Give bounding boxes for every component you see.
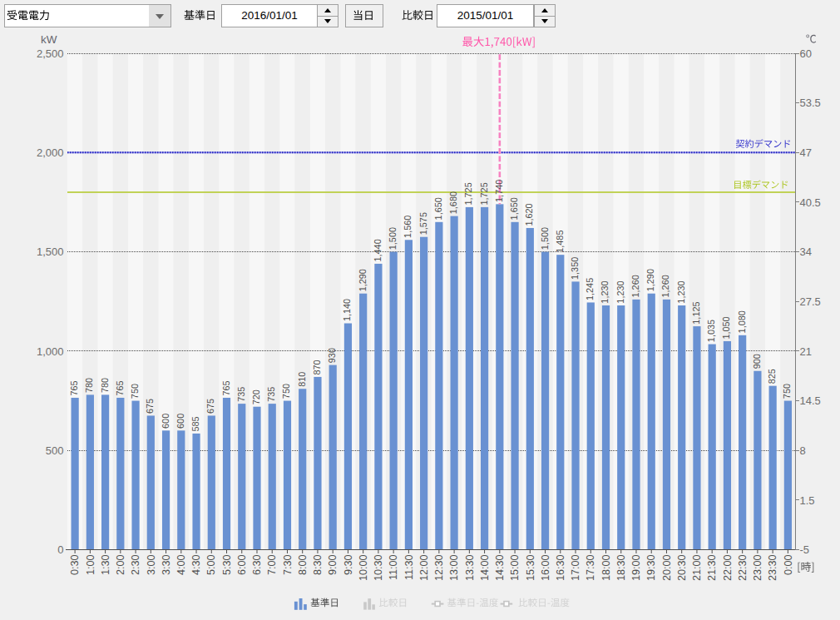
svg-text:5:30: 5:30 (221, 554, 233, 575)
svg-text:8: 8 (800, 444, 806, 457)
svg-text:1,245: 1,245 (585, 278, 595, 300)
svg-text:16:00: 16:00 (540, 554, 551, 581)
svg-text:1,500: 1,500 (540, 227, 550, 250)
svg-text:780: 780 (100, 378, 110, 393)
svg-text:1:30: 1:30 (100, 554, 111, 575)
svg-text:11:00: 11:00 (388, 554, 399, 580)
svg-text:19:00: 19:00 (630, 554, 642, 581)
svg-text:735: 735 (236, 387, 246, 402)
svg-text:6:00: 6:00 (236, 554, 248, 575)
svg-text:765: 765 (221, 380, 231, 395)
svg-text:1,650: 1,650 (433, 197, 443, 220)
svg-text:500: 500 (46, 444, 64, 457)
svg-text:12:00: 12:00 (418, 554, 430, 581)
svg-text:17:00: 17:00 (570, 554, 581, 581)
svg-text:8:00: 8:00 (297, 554, 309, 575)
svg-text:1,500: 1,500 (37, 246, 64, 258)
svg-text:15:00: 15:00 (509, 554, 521, 581)
svg-text:7:30: 7:30 (282, 554, 294, 575)
svg-text:15:30: 15:30 (525, 554, 536, 581)
svg-text:14:00: 14:00 (479, 554, 491, 581)
svg-text:10:00: 10:00 (358, 554, 369, 581)
svg-text:14:30: 14:30 (494, 554, 506, 581)
svg-text:2,000: 2,000 (37, 146, 64, 159)
svg-text:23:30: 23:30 (767, 554, 778, 581)
svg-text:1,500: 1,500 (388, 227, 398, 250)
svg-text:21: 21 (800, 345, 812, 358)
svg-text:1,560: 1,560 (403, 216, 413, 238)
svg-text:1,725: 1,725 (463, 182, 473, 205)
svg-text:1,725: 1,725 (479, 182, 489, 205)
svg-text:11:30: 11:30 (403, 554, 415, 580)
svg-text:930: 930 (327, 348, 337, 363)
svg-text:1,260: 1,260 (660, 275, 670, 297)
svg-text:27.5: 27.5 (800, 295, 821, 308)
svg-text:20:00: 20:00 (661, 554, 673, 581)
svg-text:16:30: 16:30 (555, 554, 566, 581)
svg-text:1.5: 1.5 (800, 494, 815, 507)
svg-text:1,125: 1,125 (691, 301, 701, 324)
svg-text:825: 825 (767, 369, 777, 384)
svg-text:60: 60 (800, 47, 812, 60)
svg-text:735: 735 (266, 387, 276, 402)
svg-text:1,290: 1,290 (358, 269, 368, 291)
svg-text:1,230: 1,230 (615, 280, 625, 303)
svg-text:1,350: 1,350 (570, 257, 580, 280)
svg-text:1,230: 1,230 (600, 280, 610, 303)
svg-text:585: 585 (190, 416, 200, 431)
svg-text:765: 765 (115, 380, 125, 395)
svg-text:kW: kW (41, 33, 57, 46)
svg-text:1,575: 1,575 (418, 212, 428, 235)
svg-text:6:30: 6:30 (251, 554, 263, 575)
svg-text:21:30: 21:30 (706, 554, 718, 581)
svg-text:1,230: 1,230 (676, 280, 686, 303)
svg-text:0:00: 0:00 (783, 554, 794, 575)
svg-text:13:00: 13:00 (448, 554, 460, 581)
svg-text:1,260: 1,260 (630, 275, 640, 297)
svg-text:900: 900 (752, 354, 762, 369)
svg-text:7:00: 7:00 (266, 554, 278, 575)
svg-text:47: 47 (800, 146, 812, 159)
svg-text:19:30: 19:30 (645, 554, 657, 581)
svg-text:2:30: 2:30 (130, 554, 141, 575)
svg-text:-5: -5 (800, 543, 810, 556)
svg-text:765: 765 (69, 380, 79, 395)
svg-text:22:30: 22:30 (737, 554, 749, 581)
svg-text:40.5: 40.5 (800, 196, 821, 209)
svg-text:8:30: 8:30 (312, 554, 324, 575)
svg-text:3:30: 3:30 (161, 554, 172, 575)
svg-text:675: 675 (205, 399, 215, 414)
svg-text:21:00: 21:00 (691, 554, 703, 581)
svg-text:2:00: 2:00 (115, 554, 126, 575)
svg-text:34: 34 (800, 246, 812, 258)
svg-text:600: 600 (161, 414, 170, 429)
svg-text:1,035: 1,035 (706, 320, 716, 342)
svg-text:870: 870 (312, 360, 322, 374)
svg-text:675: 675 (145, 399, 155, 414)
svg-text:20:30: 20:30 (676, 554, 688, 581)
svg-text:14.5: 14.5 (800, 394, 821, 407)
svg-text:1,740: 1,740 (494, 180, 504, 202)
svg-text:1,000: 1,000 (37, 345, 64, 358)
svg-text:17:30: 17:30 (585, 554, 596, 581)
svg-text:750: 750 (782, 384, 792, 399)
svg-text:53.5: 53.5 (800, 97, 821, 109)
svg-text:810: 810 (297, 372, 307, 387)
svg-text:0: 0 (57, 543, 63, 556)
svg-text:780: 780 (84, 378, 94, 393)
svg-text:1,140: 1,140 (342, 299, 352, 321)
svg-text:600: 600 (175, 414, 185, 429)
svg-text:1,440: 1,440 (373, 239, 383, 261)
svg-text:1,485: 1,485 (555, 231, 565, 253)
svg-text:13:30: 13:30 (464, 554, 476, 581)
svg-text:1,080: 1,080 (737, 310, 747, 333)
svg-text:1,290: 1,290 (645, 269, 655, 291)
svg-text:9:00: 9:00 (327, 554, 338, 575)
svg-text:4:00: 4:00 (175, 554, 187, 575)
svg-text:12:30: 12:30 (433, 554, 445, 581)
svg-text:720: 720 (251, 389, 261, 404)
svg-text:2,500: 2,500 (37, 47, 64, 60)
svg-text:23:00: 23:00 (752, 554, 763, 581)
svg-text:1,050: 1,050 (721, 316, 731, 339)
svg-text:750: 750 (130, 384, 140, 399)
